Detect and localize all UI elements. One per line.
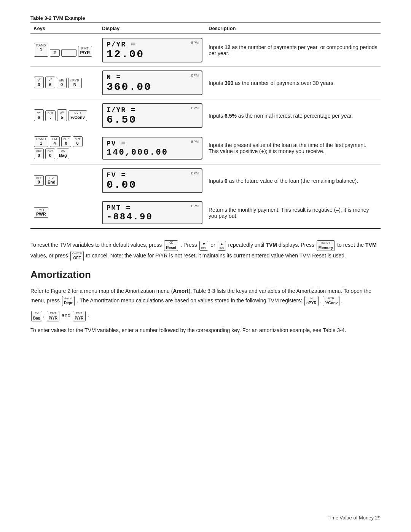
key-0d: nPr 0 [34,149,44,159]
page-footer: Time Value of Money 29 [328,515,381,521]
display-number: 140,000.00 [107,148,198,157]
amort-para2: PV Bag , PMT P/YR and PMT P/YR . [30,311,381,321]
amortization-section: Refer to Figure 2 for a menu map of the … [30,287,381,335]
key-3: yx 3 [34,77,44,88]
display-number: -884.90 [107,212,198,222]
display-cell: PV = 140,000.00 BPM [99,132,206,165]
key-5: ex 5 [57,109,67,121]
table-row: PMT PWR PMT = -884.90 BPM Returns the mo… [30,197,381,229]
col-header-description: Description [206,23,381,34]
and-text: and [62,313,70,319]
display-bpm: BPM [191,73,199,77]
display-cell: P/YR = 12.00 BPM [99,34,206,67]
tvm-table: Keys Display Description RAND 1 i 2 [30,22,381,229]
display-number: 6.50 [107,114,198,126]
table-row: nPr 0 FV End FV = 0.00 BPM Inputs 0 as [30,165,381,197]
key-0b: nPr 0 [61,136,71,147]
keys-cell: nPr 0 FV End [30,165,99,197]
keys-cell: PMT PWR [30,197,99,229]
key-n-inline: N nPYR [304,296,319,306]
display-bpm: BPM [191,106,199,110]
key-pmt3-inline: PMT P/YR [47,311,59,321]
key-1b: RAND 1 [34,136,48,147]
amort-para3: To enter values for the TVM variables, e… [30,326,381,335]
key-blank [61,49,76,56]
col-header-display: Display [99,23,206,34]
reset-section: To reset the TVM variables to their defa… [30,240,381,261]
description-cell: Inputs the present value of the loan at … [206,132,381,165]
key-6: x2 6 [45,77,55,88]
description-cell: Returns the monthly payment. This result… [206,197,381,229]
keys-cell: RAND 1 LM 4 nPr 0 nPr 0 [30,132,99,165]
key-1: RAND 1 i [34,43,48,56]
table-caption: Table 3-2 TVM Example [30,15,381,21]
key-0c: nPr 0 [73,136,83,147]
description-cell: Inputs 0 as the future value of the loan… [206,165,381,197]
key-0: nPr 0 [57,78,67,88]
key-0e: nPr 0 [45,149,55,159]
display-top: PMT = [107,204,198,212]
display-number: 360.00 [107,81,198,93]
description-cell: Inputs 12 as the number of payments per … [206,34,381,67]
key-n: nPYR N [68,78,82,88]
display-cell: I/YR = 6.50 BPM [99,99,206,132]
amortization-heading: Amortization [30,269,381,281]
keys-cell: x2 6 nCr . ex 5 I/YR %Conv [30,99,99,132]
key-iyr-inline: I/YR %Conv [323,296,339,306]
display-bpm: BPM [191,171,199,175]
key-pmt: PMT P/YR [78,46,92,56]
keys-cell: RAND 1 i 2 PMT P/YR [30,34,99,67]
display-top: FV = [107,171,198,179]
key-backspace-inline: ⌫ Reset [164,240,178,251]
display-cell: N = 360.00 BPM [99,67,206,99]
display-top: P/YR = [107,41,198,48]
key-down-inline: ▾ DEL [199,241,209,251]
display-top: N = [107,73,198,81]
table-row: RAND 1 i 2 PMT P/YR [30,34,381,67]
table-row: x2 6 nCr . ex 5 I/YR %Conv [30,99,381,132]
key-pv2-inline: PV Bag [31,311,42,321]
or-text: or [210,242,215,248]
key-6b: x2 6 [34,109,44,121]
table-row: RAND 1 LM 4 nPr 0 nPr 0 [30,132,381,165]
table-row: yx 3 x2 6 nPr 0 nPYR N [30,67,381,99]
display-number: 0.00 [107,179,198,191]
key-fv: FV End [45,175,58,186]
key-dot: nCr . [45,110,56,121]
reset-para: To reset the TVM variables to their defa… [30,240,381,261]
key-up-inline: ▴ INS [218,241,226,251]
key-pv: PV Bag [57,149,69,159]
key-2: 2 [50,49,60,56]
key-0f: nPr 0 [34,175,44,186]
key-pmt2: PMT PWR [34,207,48,218]
key-amort-inline: Amort Depr [62,296,75,306]
display-top: PV = [107,140,198,147]
col-header-keys: Keys [30,23,99,34]
display-bpm: BPM [191,204,199,208]
key-pmt4-inline: PMT P/YR [73,311,85,321]
keys-cell: yx 3 x2 6 nPr 0 nPYR N [30,67,99,99]
display-cell: FV = 0.00 BPM [99,165,206,197]
amort-para1: Refer to Figure 2 for a menu map of the … [30,287,381,306]
key-oncoff-inline: ON/CE OFF [70,251,84,261]
key-iyr: I/YR %Conv [68,110,87,121]
description-cell: Inputs 6.5% as the nominal interest rate… [206,99,381,132]
display-bpm: BPM [191,41,199,45]
display-number: 12.00 [107,48,198,60]
display-bpm: BPM [191,140,199,144]
key-input-inline: INPUT Memory [317,240,335,251]
display-cell: PMT = -884.90 BPM [99,197,206,229]
key-4: LM 4 [50,136,60,147]
display-top: I/YR = [107,106,198,114]
description-cell: Inputs 360 as the number of payments ove… [206,67,381,99]
